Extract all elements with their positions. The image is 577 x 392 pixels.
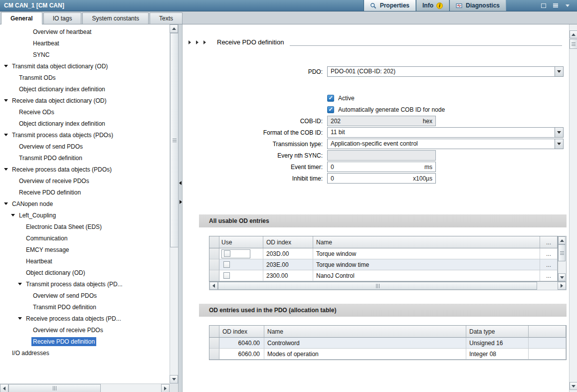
use-cell[interactable] <box>219 270 263 281</box>
active-checkbox[interactable] <box>327 95 334 102</box>
od-index-cell[interactable]: 6040.00 <box>219 338 264 349</box>
tree-item[interactable]: Transmit process data objects (PDOs) <box>0 129 170 141</box>
scroll-up-icon[interactable] <box>170 24 178 33</box>
tree-item[interactable]: Transmit data object dictionary (OD) <box>0 60 170 72</box>
col-use[interactable]: Use <box>219 236 263 248</box>
table-vertical-scrollbar[interactable] <box>558 236 567 282</box>
main-vertical-scrollbar[interactable] <box>569 24 577 392</box>
auto-generate-cob-checkbox[interactable] <box>327 106 334 113</box>
chevron-down-icon[interactable] <box>555 128 563 137</box>
tree-item[interactable]: Transmit PDO definition <box>0 152 170 164</box>
tree-item[interactable]: Object dictionary index definition <box>0 118 170 129</box>
expand-arrow-icon[interactable] <box>4 202 8 205</box>
float-window-icon[interactable] <box>540 2 547 9</box>
tree-item[interactable]: Object dictionary index definition <box>0 83 170 95</box>
col-more[interactable]: ... <box>540 236 558 248</box>
data-type-cell[interactable]: Unsigned 16 <box>466 338 529 349</box>
name-cell[interactable]: Controlword <box>264 338 466 349</box>
table-row[interactable]: 6040.00 Controlword Unsigned 16 <box>209 338 566 349</box>
table-vscroll-thumb[interactable] <box>558 244 566 261</box>
col-name[interactable]: Name <box>313 236 540 248</box>
row-selector[interactable] <box>209 270 219 281</box>
expand-arrow-icon[interactable] <box>11 214 15 216</box>
row-selector[interactable] <box>209 259 219 270</box>
more-cell[interactable]: ... <box>540 248 558 259</box>
tree-item[interactable]: Receive data object dictionary (OD) <box>0 95 170 106</box>
col-od-index[interactable]: OD index <box>263 236 313 248</box>
property-tab[interactable]: Texts <box>150 12 183 24</box>
tree-item[interactable]: Left_Coupling <box>0 209 170 221</box>
more-cell[interactable]: ... <box>540 259 558 270</box>
property-tab[interactable]: System constants <box>82 12 149 24</box>
expand-arrow-icon[interactable] <box>4 168 8 171</box>
scroll-up-icon[interactable] <box>570 30 577 38</box>
expand-arrow-icon[interactable] <box>4 134 8 136</box>
tree-vscroll-thumb[interactable] <box>170 33 179 247</box>
tree-item[interactable]: Receive PDO definition <box>0 187 170 198</box>
collapse-pane-icon[interactable] <box>564 2 571 9</box>
table-horizontal-scrollbar[interactable] <box>209 282 567 290</box>
name-cell[interactable]: Modes of operation <box>264 349 466 360</box>
panel-splitter[interactable] <box>178 24 183 392</box>
tree-item[interactable]: Electronic Data Sheet (EDS) <box>0 221 170 232</box>
tree-item[interactable]: Heartbeat <box>0 37 170 49</box>
table-row[interactable]: 203D.00 Torque window ... <box>209 248 558 259</box>
scroll-up-icon[interactable] <box>558 236 566 244</box>
transmission-select[interactable]: Application-specific event control <box>327 139 564 149</box>
table-row[interactable]: 2300.00 NanoJ Control ... <box>209 270 558 281</box>
tree-item[interactable]: SYNC <box>0 49 170 60</box>
od-index-cell[interactable]: 203E.00 <box>263 259 313 270</box>
every-nth-sync-field[interactable] <box>327 150 436 161</box>
scroll-down-icon[interactable] <box>570 382 577 390</box>
od-index-cell[interactable]: 6060.00 <box>219 349 264 360</box>
inhibit-time-field[interactable]: 0 x100µs <box>327 173 436 184</box>
expand-arrow-icon[interactable] <box>18 317 22 320</box>
scroll-right-icon[interactable] <box>161 384 170 392</box>
tree-item[interactable]: Communication <box>0 232 170 244</box>
tree-item[interactable]: Receive ODs <box>0 106 170 118</box>
scroll-left-icon[interactable] <box>0 384 8 392</box>
use-checkbox[interactable] <box>223 261 230 268</box>
format-select[interactable]: 11 bit <box>327 127 564 138</box>
od-index-cell[interactable]: 2300.00 <box>263 270 313 281</box>
tree-item[interactable]: Overview of receive PDOs <box>0 324 170 336</box>
tree-item[interactable]: Transmit PDO definition <box>0 301 170 313</box>
tree-item[interactable]: Receive process data objects (PDOs) <box>0 164 170 175</box>
tree-item[interactable]: Transmit process data objects (PD... <box>0 278 170 290</box>
use-checkbox[interactable] <box>223 272 230 279</box>
tree-item[interactable]: CANopen node <box>0 198 170 209</box>
row-selector[interactable] <box>209 248 219 259</box>
scroll-right-icon[interactable] <box>558 282 566 290</box>
tree-item[interactable]: EMCY message <box>0 244 170 255</box>
use-checkbox[interactable] <box>224 250 230 257</box>
property-tab[interactable]: IO tags <box>43 12 82 24</box>
tree-item[interactable]: Transmit ODs <box>0 72 170 83</box>
table-row[interactable]: 6060.00 Modes of operation Integer 08 <box>209 349 566 360</box>
name-cell[interactable]: NanoJ Control <box>313 270 540 281</box>
expand-arrow-icon[interactable] <box>4 99 8 102</box>
table-hscroll-thumb[interactable] <box>218 282 537 290</box>
tree-vertical-scrollbar[interactable] <box>170 24 178 384</box>
main-vscroll-thumb[interactable] <box>570 39 577 49</box>
chevron-down-icon[interactable] <box>555 139 563 149</box>
tree-item[interactable]: Overview of heartbeat <box>0 26 170 37</box>
use-cell[interactable] <box>219 248 263 259</box>
collapse-right-icon[interactable] <box>180 200 182 204</box>
tree-item[interactable]: Overview of send PDOs <box>0 141 170 152</box>
tree-hscroll-thumb[interactable] <box>8 384 101 392</box>
name-cell[interactable]: Torque window <box>313 248 540 259</box>
property-tab[interactable]: General <box>1 12 42 24</box>
tree-item[interactable]: I/O addresses <box>0 347 170 359</box>
chevron-down-icon[interactable] <box>555 67 563 76</box>
pdo-select[interactable]: PDO-001 (COB-ID: 202) <box>327 66 564 77</box>
tree-item[interactable]: Object dictionary (OD) <box>0 267 170 278</box>
collapse-left-icon[interactable] <box>179 181 182 185</box>
tab-info[interactable]: Info i <box>416 0 449 11</box>
tree-item[interactable]: Overview of receive PDOs <box>0 175 170 187</box>
expand-arrow-icon[interactable] <box>4 65 8 67</box>
tree-horizontal-scrollbar[interactable] <box>0 384 170 392</box>
expand-arrow-icon[interactable] <box>18 283 22 285</box>
event-timer-field[interactable]: 0 ms <box>327 162 436 172</box>
name-cell[interactable]: Torque window time <box>313 259 540 270</box>
scroll-down-icon[interactable] <box>558 273 566 281</box>
